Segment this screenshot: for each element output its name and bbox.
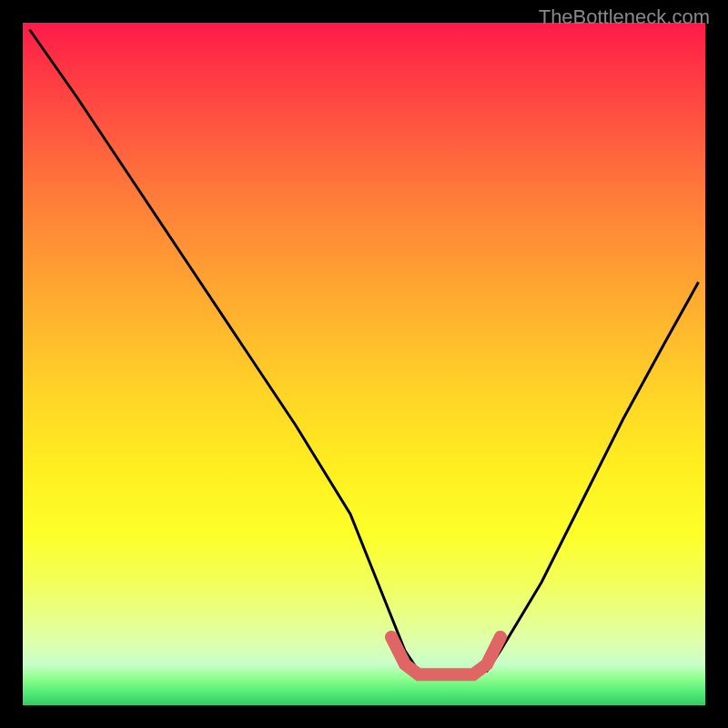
chart-background xyxy=(23,23,705,705)
curve-black xyxy=(30,30,699,672)
watermark-text: TheBottleneck.com xyxy=(539,5,710,29)
flat-red-segment xyxy=(391,637,500,674)
chart-svg xyxy=(23,23,705,705)
